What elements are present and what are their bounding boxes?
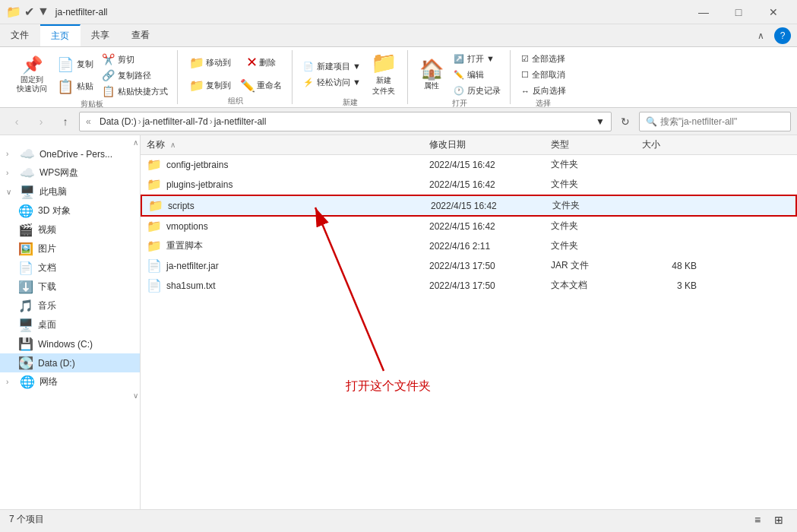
sidebar: ∧ › ☁️ OneDrive - Pers... › ☁️ WPS网盘 ∨ 🖥… (0, 135, 141, 509)
address-path[interactable]: « Data (D:) › ja-netfilter-all-7d › ja-n… (79, 112, 612, 131)
path-segment-7d[interactable]: ja-netfilter-all-7d (143, 116, 208, 127)
delete-button[interactable]: ✕ 删除 (242, 52, 280, 73)
search-icon: 🔍 (646, 116, 657, 127)
ribbon-content: 📌 固定到快速访问 📄 复制 📋 粘贴 ✂️ 剪切 🔗 (0, 47, 797, 108)
tab-file[interactable]: 文件 (0, 24, 40, 46)
select-group: ☑ 全部选择 ☐ 全部取消 ↔ 反向选择 选择 (512, 50, 575, 104)
view-grid-button[interactable]: ⊞ (770, 511, 788, 529)
title-bar-icons: 📁 ✔ ▼ (6, 5, 49, 19)
tab-share[interactable]: 共享 (81, 24, 121, 46)
move-to-button[interactable]: 📁 移动到 (185, 52, 235, 73)
search-box[interactable]: 🔍 (639, 112, 791, 131)
invert-selection-button[interactable]: ↔ 反向选择 (518, 84, 569, 98)
dropdown-icon: ▼ (37, 5, 49, 19)
tab-home[interactable]: 主页 (40, 24, 81, 46)
up-button[interactable]: ↑ (55, 111, 76, 132)
copy-path-button[interactable]: 🔗 复制路径 (99, 68, 171, 83)
path-segment-current[interactable]: ja-netfilter-all (214, 116, 267, 127)
sidebar-item-video[interactable]: 🎬 视频 (0, 220, 140, 239)
select-all-button[interactable]: ☑ 全部选择 (518, 52, 569, 66)
close-button[interactable]: ✕ (756, 0, 791, 24)
clipboard-group: 📌 固定到快速访问 📄 复制 📋 粘贴 ✂️ 剪切 🔗 (6, 50, 178, 104)
address-bar: ‹ › ↑ « Data (D:) › ja-netfilter-all-7d … (0, 108, 797, 135)
sidebar-item-desktop[interactable]: 🖥️ 桌面 (0, 315, 140, 334)
sidebar-item-wps[interactable]: › ☁️ WPS网盘 (0, 163, 140, 182)
open-group: 🏠 属性 ↗️ 打开 ▼ ✏️ 编辑 🕐 历史记录 打开 (410, 50, 511, 104)
col-date: 修改日期 (429, 139, 466, 150)
copy-button[interactable]: 📄 复制 (53, 54, 97, 75)
help-button[interactable]: ? (774, 27, 791, 44)
annotation-text: 打开这个文件夹 (346, 378, 431, 394)
item-count: 7 个项目 (9, 513, 44, 526)
organize-group: 📁 移动到 📁 复制到 ✕ 删除 ✏️ 重命名 组织 (179, 50, 293, 104)
sidebar-item-downloads[interactable]: ⬇️ 下载 (0, 277, 140, 296)
sidebar-item-onedrive[interactable]: › ☁️ OneDrive - Pers... (0, 144, 140, 163)
sidebar-item-3d[interactable]: 🌐 3D 对象 (0, 201, 140, 220)
sidebar-item-windows[interactable]: 💾 Windows (C:) (0, 334, 140, 353)
status-bar: 7 个项目 ≡ ⊞ (0, 509, 797, 529)
copy-to-button[interactable]: 📁 复制到 (185, 74, 235, 96)
paste-button[interactable]: 📋 粘贴 (53, 76, 97, 97)
history-button[interactable]: 🕐 历史记录 (451, 84, 504, 98)
new-item-button[interactable]: 📄 新建项目 ▼ (300, 59, 364, 74)
check-icon: ✔ (24, 5, 34, 19)
select-none-button[interactable]: ☐ 全部取消 (518, 68, 569, 82)
open-button[interactable]: ↗️ 打开 ▼ (451, 52, 504, 66)
sidebar-item-network[interactable]: › 🌐 网络 (0, 372, 140, 391)
pin-button[interactable]: 📌 固定到快速访问 (12, 52, 52, 98)
path-segment-data[interactable]: Data (D:) (100, 116, 137, 127)
col-size: 大小 (642, 139, 660, 150)
table-row[interactable]: 📁 vmoptions 2022/4/15 16:42 文件夹 (141, 217, 797, 236)
table-row-scripts[interactable]: 📁 scripts 2022/4/15 16:42 文件夹 (141, 195, 797, 217)
sidebar-item-music[interactable]: 🎵 音乐 (0, 296, 140, 315)
search-input[interactable] (660, 116, 784, 127)
table-row[interactable]: 📄 ja-netfilter.jar 2022/4/13 17:50 JAR 文… (141, 256, 797, 276)
paste-shortcut-button[interactable]: 📋 粘贴快捷方式 (99, 84, 171, 99)
sidebar-item-data[interactable]: 💽 Data (D:) (0, 353, 140, 372)
sidebar-item-docs[interactable]: 📄 文档 (0, 258, 140, 277)
new-folder-button[interactable]: 📁 新建文件夹 (367, 52, 401, 97)
refresh-button[interactable]: ↻ (615, 111, 636, 132)
folder-icon: 📁 (6, 5, 21, 19)
table-row[interactable]: 📁 plugins-jetbrains 2022/4/15 16:42 文件夹 (141, 175, 797, 195)
help-chevron[interactable]: ∧ (750, 27, 771, 44)
col-type: 类型 (551, 139, 569, 150)
minimize-button[interactable]: — (686, 0, 721, 24)
tab-view[interactable]: 查看 (121, 24, 161, 46)
edit-button[interactable]: ✏️ 编辑 (451, 68, 504, 82)
table-row[interactable]: 📁 config-jetbrains 2022/4/15 16:42 文件夹 (141, 155, 797, 175)
file-pane: 名称 ∧ 修改日期 类型 大小 📁 config-jetbrains 2022/… (141, 135, 797, 509)
title-bar: 📁 ✔ ▼ ja-netfilter-all — □ ✕ (0, 0, 797, 24)
rename-button[interactable]: ✏️ 重命名 (236, 74, 286, 96)
properties-button[interactable]: 🏠 属性 (416, 52, 448, 98)
table-row[interactable]: 📄 sha1sum.txt 2022/4/13 17:50 文本文档 3 KB (141, 276, 797, 296)
sidebar-item-thispc[interactable]: ∨ 🖥️ 此电脑 (0, 182, 140, 201)
cut-button[interactable]: ✂️ 剪切 (99, 52, 171, 67)
table-row[interactable]: 📁 重置脚本 2022/4/16 2:11 文件夹 (141, 236, 797, 256)
forward-button[interactable]: › (30, 111, 52, 132)
title-bar-title: ja-netfilter-all (55, 7, 686, 17)
col-name: 名称 (147, 139, 165, 150)
new-group: 📄 新建项目 ▼ ⚡ 轻松访问 ▼ 📁 新建文件夹 新建 (294, 50, 408, 104)
easy-access-button[interactable]: ⚡ 轻松访问 ▼ (300, 75, 364, 90)
ribbon-tabs: 文件 主页 共享 查看 ∧ ? (0, 24, 797, 47)
view-list-button[interactable]: ≡ (748, 511, 767, 529)
maximize-button[interactable]: □ (721, 0, 756, 24)
file-list-header: 名称 ∧ 修改日期 类型 大小 (141, 135, 797, 155)
back-button[interactable]: ‹ (6, 111, 27, 132)
sidebar-item-pictures[interactable]: 🖼️ 图片 (0, 239, 140, 258)
